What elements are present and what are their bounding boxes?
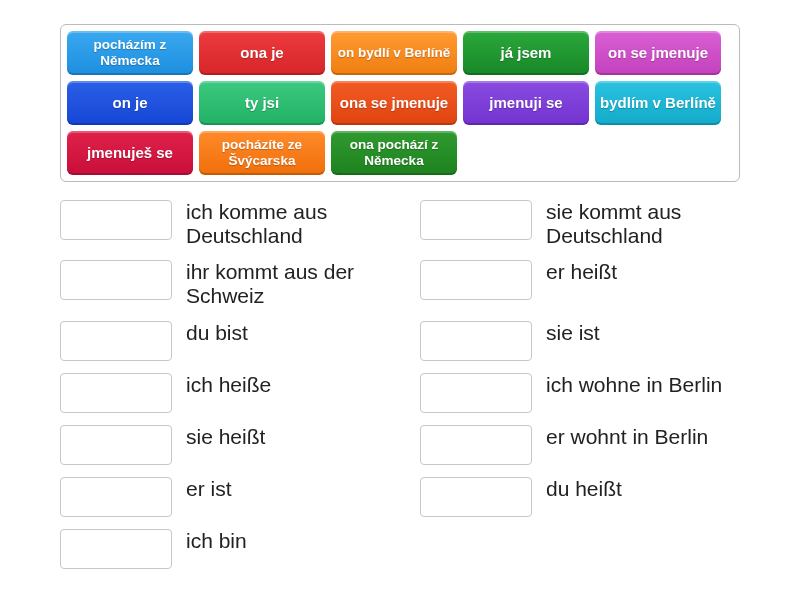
target-label: er heißt — [546, 256, 617, 284]
target-row: sie ist — [420, 317, 740, 361]
tile[interactable]: jmenuji se — [463, 81, 589, 125]
tile[interactable]: ona je — [199, 31, 325, 75]
target-row: du bist — [60, 317, 380, 361]
target-row: sie kommt aus Deutschland — [420, 196, 740, 248]
target-row: ich heiße — [60, 369, 380, 413]
target-row: er wohnt in Berlin — [420, 421, 740, 465]
target-label: sie ist — [546, 317, 600, 345]
drop-zone[interactable] — [420, 477, 532, 517]
target-label: er ist — [186, 473, 232, 501]
target-row: du heißt — [420, 473, 740, 517]
drop-zone[interactable] — [60, 321, 172, 361]
drop-zone[interactable] — [60, 373, 172, 413]
tile-bank: pocházím z Německaona jeon bydlí v Berlí… — [60, 24, 740, 182]
target-row: er heißt — [420, 256, 740, 308]
targets-grid: ich komme aus Deutschlandsie kommt aus D… — [60, 196, 740, 569]
drop-zone[interactable] — [60, 200, 172, 240]
target-row: sie heißt — [60, 421, 380, 465]
drop-zone[interactable] — [420, 373, 532, 413]
tile[interactable]: pocházíte ze Švýcarska — [199, 131, 325, 175]
drop-zone[interactable] — [420, 260, 532, 300]
tile[interactable]: bydlím v Berlíně — [595, 81, 721, 125]
target-label: ich heiße — [186, 369, 271, 397]
tile[interactable]: ty jsi — [199, 81, 325, 125]
tile[interactable]: jmenuješ se — [67, 131, 193, 175]
target-label: ich komme aus Deutschland — [186, 196, 380, 248]
drop-zone[interactable] — [420, 321, 532, 361]
target-label: sie heißt — [186, 421, 265, 449]
drop-zone[interactable] — [60, 477, 172, 517]
target-label: du bist — [186, 317, 248, 345]
tile[interactable]: on je — [67, 81, 193, 125]
drop-zone[interactable] — [60, 529, 172, 569]
tile[interactable]: on bydlí v Berlíně — [331, 31, 457, 75]
target-label: du heißt — [546, 473, 622, 501]
tile[interactable]: on se jmenuje — [595, 31, 721, 75]
tile[interactable]: ona se jmenuje — [331, 81, 457, 125]
target-label: sie kommt aus Deutschland — [546, 196, 740, 248]
target-row: ich komme aus Deutschland — [60, 196, 380, 248]
target-label: er wohnt in Berlin — [546, 421, 708, 449]
target-label: ich bin — [186, 525, 247, 553]
target-row: ihr kommt aus der Schweiz — [60, 256, 380, 308]
drop-zone[interactable] — [60, 425, 172, 465]
target-row: ich bin — [60, 525, 380, 569]
drop-zone[interactable] — [60, 260, 172, 300]
drop-zone[interactable] — [420, 425, 532, 465]
drop-zone[interactable] — [420, 200, 532, 240]
target-row: er ist — [60, 473, 380, 517]
target-label: ich wohne in Berlin — [546, 369, 722, 397]
tile[interactable]: ona pochází z Německa — [331, 131, 457, 175]
target-label: ihr kommt aus der Schweiz — [186, 256, 380, 308]
tile[interactable]: já jsem — [463, 31, 589, 75]
target-row: ich wohne in Berlin — [420, 369, 740, 413]
tile[interactable]: pocházím z Německa — [67, 31, 193, 75]
